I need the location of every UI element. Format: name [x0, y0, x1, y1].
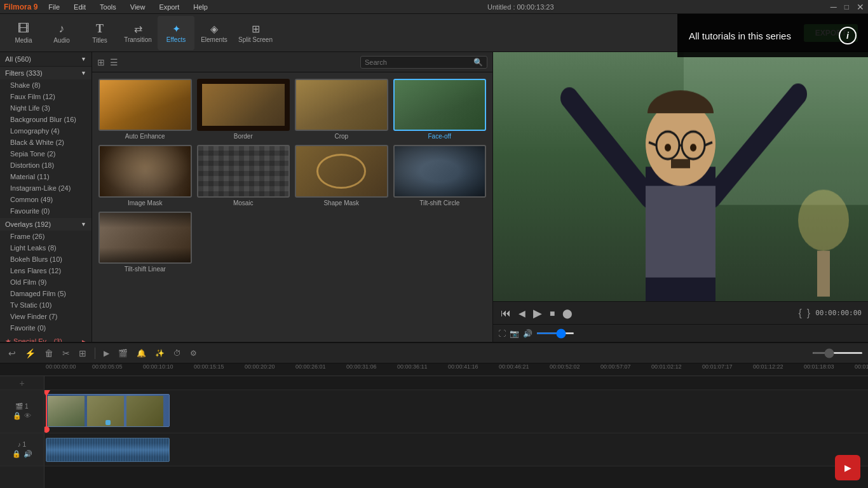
- menu-tools[interactable]: Tools: [97, 2, 119, 12]
- filter-favourite[interactable]: Favourite (0): [0, 205, 92, 217]
- tool-split-screen[interactable]: ⊞ Split Screen: [234, 16, 277, 50]
- video-track-content[interactable]: [44, 390, 868, 433]
- zoom-slider[interactable]: [812, 352, 863, 354]
- ruler-tick-8: 00:00:41:16: [448, 363, 478, 370]
- filter-common[interactable]: Common (49): [0, 194, 92, 205]
- menu-file[interactable]: File: [45, 2, 63, 12]
- volume-button[interactable]: 🔊: [523, 329, 532, 338]
- step-back-button[interactable]: ◀: [517, 307, 527, 320]
- overlay-favorite[interactable]: Favorite (0): [0, 322, 92, 334]
- effect-face-off[interactable]: Face-off: [393, 79, 487, 140]
- tool-audio[interactable]: ♪ Audio: [43, 16, 80, 50]
- playback-brackets-left[interactable]: {: [798, 308, 801, 319]
- audio-track-content[interactable]: [44, 433, 868, 466]
- effect-tilt-shift-linear[interactable]: Tilt-shift Linear: [98, 212, 192, 273]
- effect-shape-mask[interactable]: Shape Mask: [295, 145, 388, 206]
- tl-split[interactable]: ⚡: [22, 347, 39, 360]
- video-eye-icon[interactable]: 👁: [24, 412, 31, 420]
- record-icon: ▶: [844, 463, 851, 473]
- tl-cut[interactable]: ✂: [59, 347, 73, 360]
- play-button[interactable]: ▶: [532, 305, 543, 322]
- filter-lomography[interactable]: Lomography (4): [0, 125, 92, 137]
- overlay-damaged-film[interactable]: Damaged Film (5): [0, 288, 92, 299]
- filter-distortion[interactable]: Distortion (18): [0, 159, 92, 171]
- ruler-tick-0: 00:00:00:00: [46, 363, 76, 370]
- fullscreen-button[interactable]: ⛶: [498, 329, 506, 338]
- search-input[interactable]: [365, 58, 471, 66]
- screenshot-button[interactable]: 📷: [510, 329, 519, 338]
- overlay-lens-flares[interactable]: Lens Flares (12): [0, 265, 92, 276]
- ruler-tick-12: 00:01:02:12: [651, 363, 682, 370]
- overlay-view-finder[interactable]: View Finder (7): [0, 311, 92, 322]
- tl-play-all[interactable]: ▶: [100, 348, 112, 359]
- playback-controls: ⏮ ◀ ▶ ■ ⬤ { } 00:00:00:00: [493, 301, 868, 324]
- all-chevron: ▼: [81, 56, 86, 62]
- overlays-header[interactable]: Overlays (192) ▼: [0, 218, 92, 231]
- tool-media[interactable]: 🎞 Media: [5, 16, 42, 50]
- tool-transition[interactable]: ⇄ Transition: [119, 16, 156, 50]
- preview-bottom-bar: ⛶ 📷 🔊: [493, 324, 868, 342]
- tl-copy-paste[interactable]: ⊞: [76, 347, 90, 360]
- effect-border[interactable]: Border: [197, 79, 290, 140]
- filters-section: Filters (333) ▼ Shake (8) Faux Film (12)…: [0, 67, 92, 217]
- menu-help[interactable]: Help: [190, 2, 211, 12]
- effect-tilt-shift-circle[interactable]: Tilt-shift Circle: [393, 145, 487, 206]
- tool-elements[interactable]: ◈ Elements: [196, 16, 233, 50]
- audio-clip[interactable]: [46, 438, 170, 462]
- playback-brackets-right[interactable]: }: [807, 308, 810, 319]
- effect-auto-enhance[interactable]: Auto Enhance: [98, 79, 192, 140]
- filters-header[interactable]: Filters (333) ▼: [0, 67, 92, 79]
- filter-sepia-tone[interactable]: Sepia Tone (2): [0, 148, 92, 159]
- window-minimize[interactable]: ─: [831, 2, 837, 12]
- tl-undo[interactable]: ↩: [5, 347, 19, 360]
- stop-button[interactable]: ■: [548, 307, 556, 320]
- tool-titles[interactable]: T Titles: [81, 16, 118, 50]
- effect-crop[interactable]: Crop: [295, 79, 388, 140]
- tl-audio-track[interactable]: 🔔: [133, 348, 149, 359]
- tl-settings[interactable]: ⚙: [187, 348, 200, 359]
- menu-export[interactable]: Export: [156, 2, 182, 12]
- audio-mute-icon[interactable]: 🔊: [24, 450, 32, 458]
- effect-mosaic[interactable]: Mosaic: [197, 145, 290, 206]
- special-ev-header[interactable]: ★ Special Ev... (3) ▶: [0, 335, 92, 342]
- video-lock-icon[interactable]: 🔒: [13, 412, 22, 420]
- tl-transition-btn[interactable]: ⏱: [170, 348, 184, 359]
- window-maximize[interactable]: □: [844, 3, 849, 11]
- tl-add-media[interactable]: 🎬: [115, 348, 131, 359]
- filter-faux-film[interactable]: Faux Film (12): [0, 91, 92, 102]
- goto-start-button[interactable]: ⏮: [499, 306, 512, 320]
- effect-image-mask[interactable]: Image Mask: [98, 145, 192, 206]
- overlay-frame[interactable]: Frame (26): [0, 231, 92, 242]
- filter-background-blur[interactable]: Background Blur (16): [0, 114, 92, 125]
- filter-night-life[interactable]: Night Life (3): [0, 102, 92, 114]
- grid-icon: ⊞: [97, 57, 105, 67]
- menu-edit[interactable]: Edit: [71, 2, 89, 12]
- tool-effects[interactable]: ✦ Effects: [158, 16, 194, 50]
- add-media-btn[interactable]: +: [0, 376, 44, 390]
- track-area: + 🎬 1 🔒 👁: [0, 376, 868, 488]
- filter-instagram-like[interactable]: Instagram-Like (24): [0, 182, 92, 194]
- overlay-light-leaks[interactable]: Light Leaks (8): [0, 242, 92, 254]
- video-track-number: 🎬 1: [15, 403, 28, 410]
- overlay-bokeh-blurs[interactable]: Bokeh Blurs (10): [0, 254, 92, 265]
- volume-slider[interactable]: [536, 332, 574, 334]
- filter-shake[interactable]: Shake (8): [0, 79, 92, 91]
- record-button[interactable]: ⬤: [561, 307, 574, 320]
- tl-effects-btn[interactable]: ✨: [152, 348, 168, 359]
- menu-view[interactable]: View: [127, 2, 149, 12]
- video-track-header: 🎬 1 🔒 👁: [0, 390, 44, 433]
- window-close[interactable]: ✕: [857, 2, 864, 12]
- overlay-old-film[interactable]: Old Film (9): [0, 276, 92, 288]
- filter-material[interactable]: Material (11): [0, 171, 92, 182]
- all-filter[interactable]: All (560) ▼: [0, 52, 92, 67]
- preview-canvas: [493, 52, 868, 301]
- tl-delete[interactable]: 🗑: [41, 347, 57, 360]
- audio-lock-icon[interactable]: 🔒: [12, 450, 21, 458]
- tutorial-info-button[interactable]: i: [839, 27, 857, 44]
- time-display: 00:00:00:00: [815, 309, 862, 317]
- ruler-tick-13: 00:01:07:17: [702, 363, 733, 370]
- overlay-tv-static[interactable]: Tv Static (10): [0, 299, 92, 311]
- record-overlay-button[interactable]: ▶: [835, 455, 860, 480]
- video-clip[interactable]: [46, 394, 170, 427]
- filter-black-white[interactable]: Black & White (2): [0, 137, 92, 148]
